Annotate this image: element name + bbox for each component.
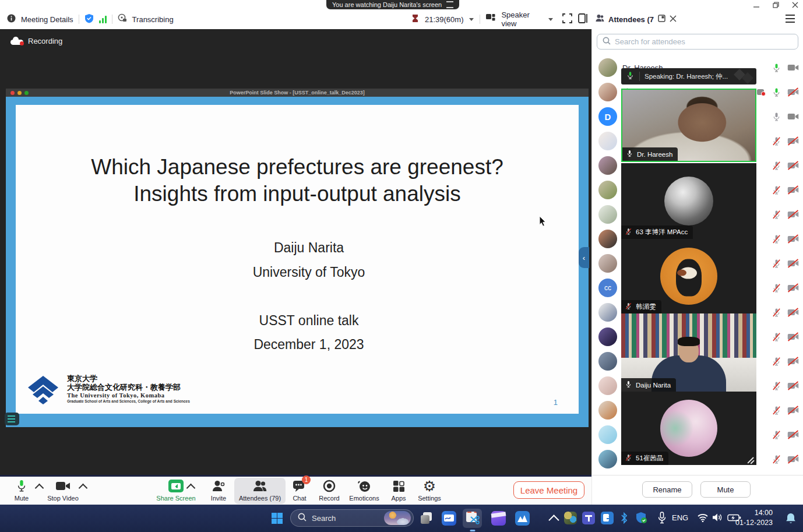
snipping-tool-icon[interactable] bbox=[463, 509, 482, 528]
tray-mic-icon[interactable] bbox=[657, 512, 667, 527]
task-view-icon[interactable] bbox=[420, 511, 434, 526]
collapse-panel-tab[interactable]: ‹ bbox=[579, 247, 589, 268]
mic-icon[interactable] bbox=[772, 112, 781, 122]
stop-video-button[interactable]: Stop Video bbox=[44, 479, 82, 502]
mic-on-icon[interactable] bbox=[772, 63, 781, 73]
mute-options-chevron[interactable] bbox=[35, 484, 44, 493]
emoticons-label: Emoticons bbox=[349, 495, 379, 502]
restore-icon[interactable] bbox=[773, 2, 779, 8]
weather-widget-icon[interactable] bbox=[384, 511, 411, 525]
banner-list-icon[interactable] bbox=[446, 1, 453, 8]
mic-muted-icon[interactable] bbox=[772, 234, 781, 244]
video-thumbnail[interactable]: Dr. Hareesh bbox=[621, 89, 756, 162]
camera-off-icon[interactable] bbox=[787, 234, 799, 244]
video-name-label: Daiju Narita bbox=[621, 378, 676, 392]
camera-off-icon[interactable] bbox=[787, 87, 799, 97]
taskbar-search-label: Search bbox=[312, 514, 379, 523]
side-panel-icon[interactable] bbox=[578, 13, 587, 26]
tray-expand-chevron[interactable] bbox=[548, 515, 559, 525]
security-shield-icon[interactable] bbox=[635, 512, 648, 527]
mic-on-icon[interactable] bbox=[772, 87, 781, 97]
camera-off-icon[interactable] bbox=[787, 136, 799, 146]
whiteboard-icon[interactable] bbox=[442, 511, 456, 526]
mic-muted-icon[interactable] bbox=[772, 283, 781, 293]
mic-muted-icon[interactable] bbox=[772, 185, 781, 195]
video-thumbnail[interactable]: 63 李博洋 MPAcc bbox=[621, 163, 756, 239]
settings-button[interactable]: ⚙ Settings bbox=[413, 479, 446, 502]
popout-icon[interactable] bbox=[658, 14, 665, 24]
video-thumbnail[interactable]: 韩湄雯 bbox=[621, 239, 756, 313]
video-thumbnail[interactable]: Daiju Narita bbox=[621, 313, 756, 392]
mic-muted-icon bbox=[625, 228, 632, 237]
attendee-search-input[interactable]: Search for attendees bbox=[597, 34, 798, 50]
camera-off-icon[interactable] bbox=[787, 381, 799, 390]
apps-button[interactable]: Apps bbox=[385, 479, 412, 502]
teams-icon[interactable] bbox=[582, 512, 595, 524]
speaker-view-icon[interactable] bbox=[486, 14, 495, 24]
rename-button[interactable]: Rename bbox=[642, 481, 692, 498]
camera-off-icon[interactable] bbox=[787, 332, 799, 341]
video-thumbnail[interactable]: 51崔茜晶 bbox=[621, 392, 756, 465]
language-indicator[interactable]: ENG bbox=[672, 513, 688, 522]
fullscreen-icon[interactable] bbox=[562, 13, 572, 26]
tray-app1-icon[interactable] bbox=[564, 512, 577, 524]
taskbar-search[interactable]: Search bbox=[290, 509, 414, 527]
minimize-icon[interactable] bbox=[753, 2, 760, 8]
mic-muted-icon[interactable] bbox=[772, 308, 781, 318]
camera-off-icon[interactable] bbox=[787, 430, 799, 439]
logo-en-line1: The University of Tokyo, Komaba bbox=[67, 392, 190, 399]
view-dropdown-icon[interactable] bbox=[548, 18, 553, 21]
camera-on-icon[interactable] bbox=[787, 112, 799, 121]
camera-off-icon[interactable] bbox=[787, 357, 799, 366]
notification-bell-icon[interactable] bbox=[786, 512, 796, 526]
wifi-icon[interactable] bbox=[697, 513, 709, 524]
invite-button[interactable]: Invite bbox=[204, 479, 233, 502]
start-button[interactable] bbox=[272, 513, 283, 524]
mute-button[interactable]: Mute bbox=[8, 479, 35, 502]
m-app-icon[interactable] bbox=[515, 511, 530, 526]
leave-meeting-button[interactable]: Leave Meeting bbox=[513, 481, 584, 499]
meeting-details-button[interactable]: Meeting Details bbox=[21, 15, 73, 24]
close-panel-icon[interactable] bbox=[670, 14, 677, 24]
info-icon[interactable] bbox=[7, 14, 16, 25]
camera-off-icon[interactable] bbox=[787, 259, 799, 268]
mic-muted-icon[interactable] bbox=[772, 210, 781, 220]
video-name-label: 韩湄雯 bbox=[621, 300, 661, 313]
mute-attendee-button[interactable]: Mute bbox=[700, 481, 751, 498]
mic-muted-icon[interactable] bbox=[772, 332, 781, 342]
quick-share-icon[interactable] bbox=[601, 512, 614, 524]
camera-on-icon[interactable] bbox=[787, 63, 799, 72]
mic-muted-icon[interactable] bbox=[772, 455, 781, 464]
camera-off-icon[interactable] bbox=[787, 161, 799, 170]
camera-off-icon[interactable] bbox=[787, 283, 799, 293]
camera-off-icon[interactable] bbox=[787, 308, 799, 317]
movies-app-icon[interactable] bbox=[491, 511, 506, 526]
connection-quality-icon[interactable] bbox=[99, 15, 107, 23]
record-button[interactable]: Record bbox=[314, 479, 344, 502]
mic-muted-icon[interactable] bbox=[772, 406, 781, 415]
emoticons-button[interactable]: Emoticons bbox=[346, 479, 383, 502]
bluetooth-icon[interactable] bbox=[620, 512, 628, 527]
encryption-shield-icon[interactable] bbox=[84, 13, 94, 26]
camera-off-icon[interactable] bbox=[787, 406, 799, 415]
volume-icon[interactable] bbox=[712, 513, 723, 524]
camera-off-icon[interactable] bbox=[787, 210, 799, 219]
camera-off-icon[interactable] bbox=[787, 185, 799, 195]
close-window-icon[interactable] bbox=[792, 2, 798, 8]
slideshow-menu-icon[interactable] bbox=[5, 413, 19, 425]
mic-muted-icon[interactable] bbox=[772, 430, 781, 440]
mic-muted-icon[interactable] bbox=[772, 259, 781, 269]
more-menu-icon[interactable] bbox=[786, 15, 795, 23]
mic-muted-icon[interactable] bbox=[772, 357, 781, 367]
resize-handle-icon[interactable] bbox=[746, 455, 755, 463]
mic-muted-icon[interactable] bbox=[772, 381, 781, 391]
chat-button[interactable]: 1 Chat bbox=[287, 479, 312, 502]
mic-muted-icon[interactable] bbox=[772, 161, 781, 171]
view-mode-label[interactable]: Speaker view bbox=[501, 10, 543, 28]
attendee-status-icons bbox=[772, 178, 799, 202]
attendees-button[interactable]: Attendees (79) bbox=[235, 479, 284, 502]
timer-dropdown-icon[interactable] bbox=[469, 18, 474, 21]
taskbar-clock[interactable]: 14:00 01-12-2023 bbox=[735, 508, 773, 528]
mic-muted-icon[interactable] bbox=[772, 136, 781, 146]
camera-off-icon[interactable] bbox=[787, 455, 799, 464]
